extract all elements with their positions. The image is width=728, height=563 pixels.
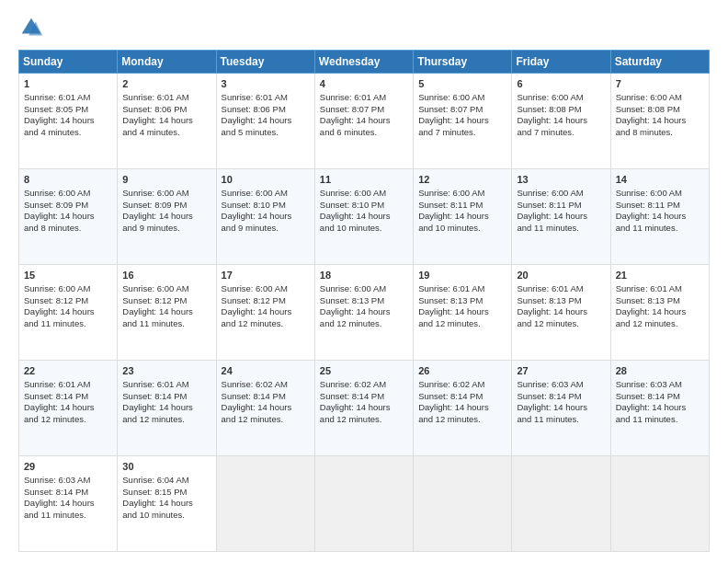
day-number: 15: [24, 269, 112, 282]
day-info-line: and 12 minutes.: [222, 414, 310, 426]
day-info-line: Sunrise: 6:00 AM: [517, 92, 605, 104]
calendar-cell: 22Sunrise: 6:01 AMSunset: 8:14 PMDayligh…: [19, 361, 118, 456]
day-number: 29: [24, 460, 112, 474]
day-info-line: and 10 minutes.: [320, 223, 408, 235]
day-info-line: and 10 minutes.: [418, 223, 506, 235]
day-number: 4: [320, 77, 408, 91]
day-info-line: Sunrise: 6:00 AM: [222, 283, 310, 295]
day-info-line: Sunrise: 6:00 AM: [418, 188, 506, 200]
day-info-line: and 8 minutes.: [616, 127, 704, 139]
day-info-line: Daylight: 14 hours: [517, 306, 605, 318]
day-info-line: and 8 minutes.: [24, 223, 112, 235]
day-info-line: Sunrise: 6:02 AM: [320, 379, 408, 391]
day-number: 8: [24, 173, 112, 187]
day-info-line: Sunset: 8:14 PM: [122, 391, 210, 403]
day-info-line: Daylight: 14 hours: [24, 306, 112, 318]
day-number: 25: [320, 364, 408, 378]
day-info-line: Sunset: 8:10 PM: [320, 200, 408, 212]
day-info-line: Sunset: 8:14 PM: [24, 487, 112, 499]
day-info-line: Sunrise: 6:01 AM: [122, 92, 210, 104]
day-number: 30: [122, 460, 210, 474]
day-info-line: and 4 minutes.: [24, 127, 112, 139]
calendar-cell: 27Sunrise: 6:03 AMSunset: 8:14 PMDayligh…: [512, 361, 610, 456]
day-info-line: Daylight: 14 hours: [24, 211, 112, 223]
weekday-header-row: SundayMondayTuesdayWednesdayThursdayFrid…: [19, 51, 710, 74]
logo: [18, 15, 48, 40]
day-info-line: Sunset: 8:13 PM: [418, 295, 506, 307]
day-info-line: and 11 minutes.: [517, 223, 605, 235]
page: SundayMondayTuesdayWednesdayThursdayFrid…: [0, 0, 728, 563]
day-number: 12: [418, 173, 506, 187]
day-info-line: Daylight: 14 hours: [616, 211, 704, 223]
calendar-table: SundayMondayTuesdayWednesdayThursdayFrid…: [18, 50, 710, 552]
calendar-cell: 14Sunrise: 6:00 AMSunset: 8:11 PMDayligh…: [610, 169, 709, 265]
calendar-cell: 21Sunrise: 6:01 AMSunset: 8:13 PMDayligh…: [610, 265, 709, 361]
day-info-line: Sunset: 8:06 PM: [122, 104, 210, 116]
day-info-line: Daylight: 14 hours: [122, 115, 210, 127]
day-info-line: Sunrise: 6:03 AM: [24, 475, 112, 487]
day-info-line: Sunrise: 6:00 AM: [122, 283, 210, 295]
day-info-line: Daylight: 14 hours: [517, 211, 605, 223]
day-info-line: Sunset: 8:14 PM: [222, 391, 310, 403]
weekday-monday: Monday: [118, 51, 216, 74]
day-info-line: Sunrise: 6:00 AM: [24, 188, 112, 200]
day-info-line: and 10 minutes.: [122, 510, 210, 522]
day-number: 7: [616, 77, 704, 91]
day-info-line: Sunset: 8:08 PM: [517, 104, 605, 116]
calendar-cell: 2Sunrise: 6:01 AMSunset: 8:06 PMDaylight…: [118, 74, 216, 169]
day-number: 23: [122, 364, 210, 378]
day-info-line: and 12 minutes.: [222, 318, 310, 330]
calendar-cell: 10Sunrise: 6:00 AMSunset: 8:10 PMDayligh…: [216, 169, 314, 265]
day-info-line: Daylight: 14 hours: [616, 306, 704, 318]
calendar-cell: [216, 456, 314, 552]
day-info-line: Sunset: 8:08 PM: [616, 104, 704, 116]
day-info-line: Daylight: 14 hours: [616, 115, 704, 127]
calendar-cell: 16Sunrise: 6:00 AMSunset: 8:12 PMDayligh…: [118, 265, 216, 361]
day-number: 1: [24, 77, 112, 91]
day-number: 14: [616, 173, 704, 187]
day-number: 21: [616, 269, 704, 282]
day-info-line: and 11 minutes.: [24, 318, 112, 330]
header: [18, 15, 710, 40]
week-row-4: 22Sunrise: 6:01 AMSunset: 8:14 PMDayligh…: [19, 361, 710, 456]
day-info-line: Sunset: 8:09 PM: [24, 200, 112, 212]
calendar-cell: 13Sunrise: 6:00 AMSunset: 8:11 PMDayligh…: [512, 169, 610, 265]
day-info-line: Sunset: 8:07 PM: [418, 104, 506, 116]
day-info-line: Sunrise: 6:00 AM: [517, 188, 605, 200]
day-info-line: and 6 minutes.: [320, 127, 408, 139]
day-number: 17: [222, 269, 310, 282]
day-info-line: and 11 minutes.: [122, 318, 210, 330]
day-info-line: Daylight: 14 hours: [222, 115, 310, 127]
day-number: 26: [418, 364, 506, 378]
calendar-cell: 19Sunrise: 6:01 AMSunset: 8:13 PMDayligh…: [414, 265, 512, 361]
day-info-line: and 9 minutes.: [222, 223, 310, 235]
day-info-line: and 12 minutes.: [418, 414, 506, 426]
day-info-line: and 11 minutes.: [616, 414, 704, 426]
calendar-cell: 29Sunrise: 6:03 AMSunset: 8:14 PMDayligh…: [19, 456, 118, 552]
day-info-line: Sunset: 8:12 PM: [122, 295, 210, 307]
day-info-line: Daylight: 14 hours: [517, 115, 605, 127]
day-info-line: Daylight: 14 hours: [616, 402, 704, 414]
calendar-cell: 9Sunrise: 6:00 AMSunset: 8:09 PMDaylight…: [118, 169, 216, 265]
weekday-thursday: Thursday: [414, 51, 512, 74]
calendar-cell: 25Sunrise: 6:02 AMSunset: 8:14 PMDayligh…: [314, 361, 413, 456]
day-info-line: Sunset: 8:12 PM: [222, 295, 310, 307]
day-number: 24: [222, 364, 310, 378]
day-info-line: Daylight: 14 hours: [24, 498, 112, 510]
day-info-line: Sunrise: 6:01 AM: [122, 379, 210, 391]
calendar-cell: 3Sunrise: 6:01 AMSunset: 8:06 PMDaylight…: [216, 74, 314, 169]
calendar-cell: 7Sunrise: 6:00 AMSunset: 8:08 PMDaylight…: [610, 74, 709, 169]
logo-icon: [18, 15, 44, 40]
day-info-line: Daylight: 14 hours: [320, 115, 408, 127]
day-info-line: Sunset: 8:09 PM: [122, 200, 210, 212]
day-info-line: Daylight: 14 hours: [222, 402, 310, 414]
calendar-cell: 1Sunrise: 6:01 AMSunset: 8:05 PMDaylight…: [19, 74, 118, 169]
day-info-line: Sunset: 8:14 PM: [320, 391, 408, 403]
day-info-line: Daylight: 14 hours: [24, 402, 112, 414]
day-info-line: Sunrise: 6:01 AM: [320, 92, 408, 104]
day-info-line: and 9 minutes.: [122, 223, 210, 235]
day-info-line: Sunset: 8:12 PM: [24, 295, 112, 307]
day-info-line: and 12 minutes.: [320, 414, 408, 426]
day-number: 3: [222, 77, 310, 91]
day-info-line: and 12 minutes.: [122, 414, 210, 426]
